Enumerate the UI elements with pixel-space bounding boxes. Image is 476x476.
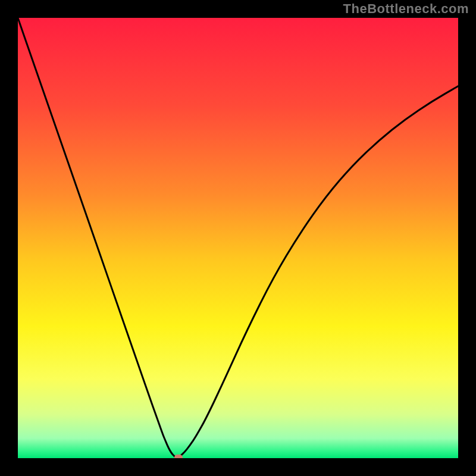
chart-stage: TheBottleneck.com bbox=[0, 0, 476, 476]
curve-layer bbox=[18, 18, 458, 458]
bottleneck-curve bbox=[18, 18, 458, 458]
watermark-text: TheBottleneck.com bbox=[343, 1, 469, 17]
plot-area bbox=[18, 18, 458, 458]
